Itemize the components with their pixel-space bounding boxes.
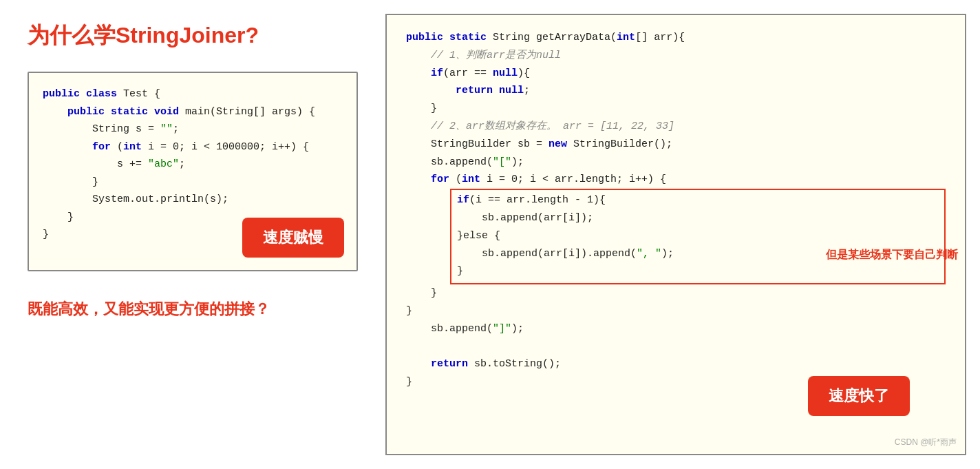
left-code-box: public class Test { public static void m…: [28, 72, 358, 271]
highlighted-code-section: if(i == arr.length - 1){ sb.append(arr[i…: [450, 189, 946, 284]
page-title: 为什么学StringJoiner?: [28, 21, 358, 51]
code-line: StringBuilder sb = new StringBuilder();: [406, 136, 946, 154]
code-line: public class Test {: [43, 85, 343, 103]
code-line: }else {: [457, 227, 939, 245]
code-line: sb.append("[");: [406, 154, 946, 171]
annotation-label: 但是某些场景下要自己判断: [826, 248, 958, 262]
code-line: if(i == arr.length - 1){: [457, 191, 939, 209]
right-panel: public static String getArrayData(int[] …: [385, 14, 966, 455]
code-line: }: [406, 284, 946, 302]
code-line: // 1、判断arr是否为null: [406, 47, 946, 65]
fast-button-container: 速度快了: [808, 376, 910, 416]
code-line: }: [43, 174, 343, 191]
code-line: for (int i = 0; i < 1000000; i++) {: [43, 138, 343, 156]
bottom-text: 既能高效，又能实现更方便的拼接？: [28, 299, 358, 320]
code-line: [406, 338, 946, 356]
watermark: CSDN @听*雨声: [895, 437, 957, 448]
code-line: }: [406, 100, 946, 118]
left-panel: 为什么学StringJoiner? public class Test { pu…: [0, 0, 385, 469]
code-line: }: [406, 302, 946, 320]
code-line: public static String getArrayData(int[] …: [406, 29, 946, 47]
fast-button[interactable]: 速度快了: [808, 376, 910, 416]
code-line: return null;: [406, 82, 946, 100]
code-line: System.out.println(s);: [43, 191, 343, 209]
code-line: if(arr == null){: [406, 65, 946, 83]
code-line: sb.append("]");: [406, 320, 946, 338]
code-line: sb.append(arr[i]);: [457, 209, 939, 227]
code-line: }: [457, 262, 939, 280]
code-line: s += "abc";: [43, 156, 343, 174]
code-line: for (int i = 0; i < arr.length; i++) {: [406, 171, 946, 189]
code-line: String s = "";: [43, 121, 343, 138]
code-line: return sb.toString();: [406, 355, 946, 373]
code-line: // 2、arr数组对象存在。 arr = [11, 22, 33]: [406, 118, 946, 136]
code-line: public static void main(String[] args) {: [43, 103, 343, 121]
slow-button[interactable]: 速度贼慢: [242, 218, 344, 258]
slow-button-container: 速度贼慢: [242, 218, 344, 258]
